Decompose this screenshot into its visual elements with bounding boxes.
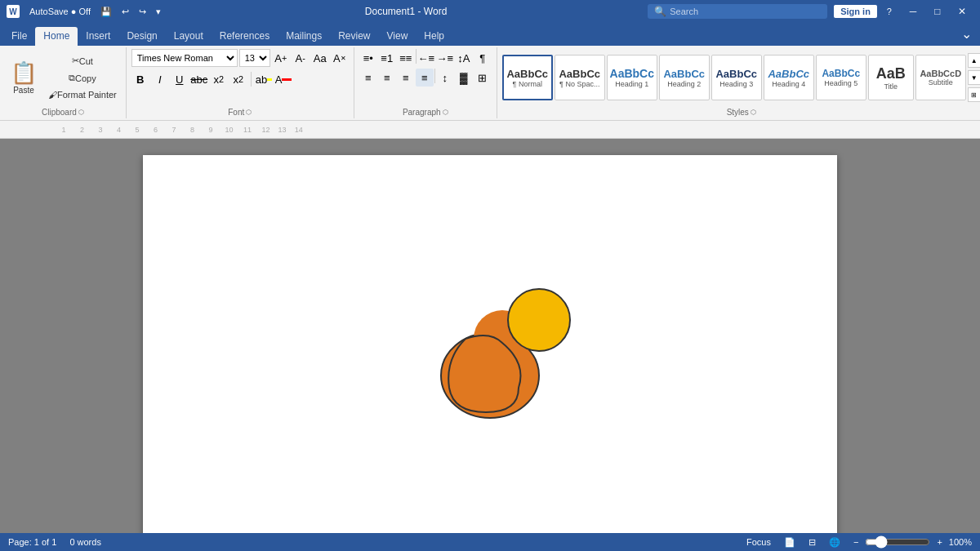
style-heading2[interactable]: AaBbCc Heading 2 [659, 55, 710, 100]
strikethrough-button[interactable]: abc [190, 70, 208, 88]
para-row-2: ≡ ≡ ≡ ≡ ↕ ▓ ⊞ [359, 69, 492, 87]
show-hide-button[interactable]: ¶ [474, 49, 492, 67]
search-input[interactable] [670, 7, 817, 16]
tab-layout[interactable]: Layout [166, 27, 212, 46]
increase-indent-button[interactable]: →≡ [436, 49, 454, 67]
tab-file[interactable]: File [3, 27, 35, 46]
search-bar[interactable]: 🔍 [648, 4, 827, 19]
web-layout-button[interactable]: 🌐 [826, 535, 844, 549]
clear-formatting-button[interactable]: A✕ [331, 49, 349, 67]
format-painter-button[interactable]: 🖌 Format Painter [44, 87, 121, 102]
paragraph-label: Paragraph ⬡ [359, 106, 492, 117]
autosave-toggle[interactable]: AutoSave ● Off [26, 5, 94, 18]
tab-design[interactable]: Design [118, 27, 165, 46]
font-content: Times New Roman 13 A+ A- Aa A✕ B I U abc… [131, 49, 349, 106]
align-right-button[interactable]: ≡ [397, 69, 415, 87]
sign-in-button[interactable]: Sign in [834, 5, 877, 18]
paragraph-expand-icon[interactable]: ⬡ [443, 109, 448, 116]
font-format-row: B I U abc x2 x2 ab A [131, 70, 292, 88]
subscript-button[interactable]: x2 [210, 70, 228, 88]
sort-button[interactable]: ↕A [455, 49, 473, 67]
change-case-button[interactable]: Aa [311, 49, 329, 67]
shading-button[interactable]: ▓ [455, 69, 473, 87]
highlight-color-button[interactable]: ab [255, 70, 273, 88]
styles-group: AaBbCc ¶ Normal AaBbCc ¶ No Spac... AaBb… [497, 47, 980, 118]
bullets-button[interactable]: ≡• [359, 49, 377, 67]
align-center-button[interactable]: ≡ [378, 69, 396, 87]
style-heading1[interactable]: AaBbCc Heading 1 [607, 55, 657, 100]
decrease-indent-button[interactable]: ←≡ [417, 49, 435, 67]
underline-button[interactable]: U [171, 70, 189, 88]
tab-review[interactable]: Review [330, 27, 378, 46]
customize-qat-button[interactable]: ▾ [153, 5, 164, 19]
font-color-icon: A [275, 73, 283, 86]
paste-button[interactable]: 📋 Paste [5, 58, 42, 97]
justify-button[interactable]: ≡ [416, 69, 434, 87]
grow-font-button[interactable]: A+ [272, 49, 290, 67]
zoom-in-button[interactable]: + [933, 535, 945, 549]
line-spacing-button[interactable]: ↕ [436, 69, 454, 87]
style-subtitle[interactable]: AaBbCcD Subtitle [915, 55, 966, 100]
yellow-circle[interactable] [508, 289, 570, 351]
copy-label: Copy [75, 73, 96, 83]
save-button[interactable]: 💾 [97, 5, 115, 19]
copy-button[interactable]: ⧉ Copy [44, 70, 121, 86]
styles-expand-icon[interactable]: ⬡ [751, 109, 756, 116]
tab-help[interactable]: Help [416, 27, 452, 46]
font-expand-icon[interactable]: ⬡ [246, 109, 252, 116]
document-page[interactable] [143, 155, 837, 533]
styles-scroll-down[interactable]: ▼ [968, 70, 980, 85]
paste-label: Paste [13, 86, 34, 95]
superscript-button[interactable]: x2 [229, 70, 247, 88]
style-h1-preview: AaBbCc [610, 67, 654, 80]
style-heading5[interactable]: AaBbCc Heading 5 [816, 55, 866, 100]
tab-view[interactable]: View [379, 27, 416, 46]
format-painter-label: Format Painter [57, 90, 117, 100]
tab-insert[interactable]: Insert [78, 27, 118, 46]
cut-button[interactable]: ✂ Cut [44, 53, 121, 69]
style-title[interactable]: AaB Title [868, 55, 914, 100]
multilevel-button[interactable]: ≡≡ [397, 49, 415, 67]
word-count: 0 words [69, 537, 101, 547]
bold-button[interactable]: B [131, 70, 149, 88]
tab-references[interactable]: References [212, 27, 278, 46]
font-size-select[interactable]: 13 [239, 49, 270, 67]
borders-button[interactable]: ⊞ [474, 69, 492, 87]
style-no-spacing[interactable]: AaBbCc ¶ No Spac... [555, 55, 605, 100]
highlight-color-bar [267, 78, 272, 81]
shrink-font-button[interactable]: A- [292, 49, 310, 67]
italic-button[interactable]: I [151, 70, 169, 88]
ribbon-tabs: File Home Insert Design Layout Reference… [0, 23, 980, 46]
style-h5-label: Heading 5 [824, 79, 858, 87]
styles-scroll-up[interactable]: ▲ [968, 53, 980, 68]
quick-access-toolbar: AutoSave ● Off 💾 ↩ ↪ ▾ [26, 5, 164, 19]
style-h2-label: Heading 2 [667, 80, 701, 88]
style-heading4[interactable]: AaBbCc Heading 4 [764, 55, 814, 100]
close-button[interactable]: ✕ [951, 3, 973, 20]
read-mode-button[interactable]: 📄 [781, 535, 799, 549]
ribbon-display-options[interactable]: ⌄ [953, 23, 980, 46]
style-normal[interactable]: AaBbCc ¶ Normal [502, 55, 553, 100]
font-color-button[interactable]: A [274, 70, 292, 88]
style-h5-preview: AaBbCc [822, 68, 860, 79]
align-left-button[interactable]: ≡ [359, 69, 377, 87]
print-layout-button[interactable]: ⊟ [805, 535, 819, 549]
focus-button[interactable]: Focus [743, 535, 774, 549]
numbering-button[interactable]: ≡1 [378, 49, 396, 67]
undo-button[interactable]: ↩ [118, 5, 132, 19]
zoom-slider[interactable] [865, 535, 930, 549]
font-name-select[interactable]: Times New Roman [131, 49, 238, 67]
redo-button[interactable]: ↪ [136, 5, 149, 19]
para-sep-1 [416, 49, 416, 64]
tab-mailings[interactable]: Mailings [278, 27, 330, 46]
style-no-spacing-label: ¶ No Spac... [559, 80, 599, 88]
maximize-button[interactable]: □ [926, 3, 949, 20]
help-button[interactable]: ? [884, 5, 895, 18]
style-heading3[interactable]: AaBbCc Heading 3 [711, 55, 762, 100]
tab-home[interactable]: Home [35, 27, 78, 46]
styles-more[interactable]: ⊞ [968, 87, 980, 102]
autosave-state: ● Off [71, 7, 91, 16]
clipboard-expand-icon[interactable]: ⬡ [78, 109, 84, 116]
minimize-button[interactable]: ─ [902, 3, 924, 20]
zoom-out-button[interactable]: − [850, 535, 862, 549]
